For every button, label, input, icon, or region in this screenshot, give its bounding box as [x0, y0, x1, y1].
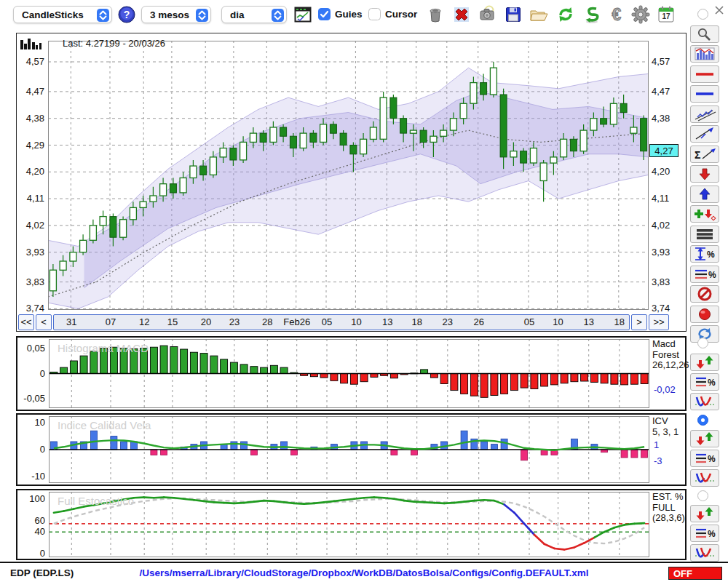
icv-arrows-button[interactable]	[690, 430, 719, 447]
stoch-curve-icon	[694, 394, 716, 410]
x-axis-tick: 05	[322, 316, 332, 327]
off-toggle[interactable]: OFF	[668, 567, 722, 580]
calendar-button[interactable]: 17	[655, 4, 677, 25]
x-axis-tick: 13	[583, 316, 593, 327]
stochastic-arrows-button[interactable]	[690, 505, 719, 522]
x-axis-tick: 20	[201, 316, 211, 327]
cursor-checkbox[interactable]	[368, 8, 381, 20]
sigma-trend-button[interactable]: Σ	[690, 146, 719, 163]
y-axis-label: 4,29	[17, 140, 44, 151]
euro-button[interactable]: €	[606, 4, 628, 25]
panel-right-line: Forest	[652, 350, 689, 361]
icv-stoch-curve-button[interactable]	[690, 469, 719, 487]
no-entry-icon	[692, 287, 717, 301]
interval-select[interactable]: dia	[221, 6, 287, 23]
y-axis-label: -10	[17, 471, 45, 482]
trash-button[interactable]	[424, 4, 446, 25]
period-select[interactable]: 3 mesos	[141, 6, 211, 23]
window-close-button[interactable]	[714, 5, 724, 15]
x-axis-tick: 23	[443, 316, 453, 327]
nav-first-button[interactable]: <<	[18, 314, 34, 330]
macd-lines-percent-button[interactable]: %	[690, 373, 719, 391]
icv-line-value: 1	[654, 439, 659, 450]
y-axis-label: 0	[17, 368, 45, 379]
arrows-updown-icon	[694, 431, 716, 447]
period-value: 3 mesos	[150, 7, 189, 23]
current-price-tag: 4,27	[649, 144, 678, 157]
config-path-link[interactable]: /Users/mserra/Library/CloudStorage/Dropb…	[87, 567, 641, 578]
y-axis-label: 4,38	[17, 113, 44, 124]
sidebar-top-radio[interactable]	[697, 9, 708, 20]
y-axis-label: 0	[17, 444, 45, 455]
trendline-tool-button[interactable]	[690, 125, 719, 143]
zoom-magnifier-icon	[692, 27, 717, 41]
dropdown-stepper-icon	[97, 9, 109, 22]
arrow-down-red-icon	[692, 167, 717, 181]
no-entry-button[interactable]	[690, 285, 719, 303]
nav-last-button[interactable]: >>	[649, 314, 669, 330]
stoch-curve-icon	[694, 545, 716, 561]
zoom-tool-button[interactable]	[690, 25, 719, 43]
add-marker-button[interactable]	[690, 205, 719, 223]
y-axis-label: 100	[17, 493, 45, 504]
chart-type-value: CandleSticks	[22, 7, 84, 23]
help-button[interactable]: ?	[118, 6, 135, 23]
red-hline-tool-button[interactable]	[690, 65, 719, 83]
help-icon: ?	[118, 6, 135, 23]
lines-percent-button[interactable]: %	[690, 266, 719, 283]
chart-type-select[interactable]: CandleSticks	[13, 6, 112, 23]
x-axis-tick: 05	[524, 316, 534, 327]
delete-button[interactable]	[451, 4, 472, 25]
record-button[interactable]	[690, 306, 719, 323]
channel-tool-button[interactable]	[690, 105, 719, 123]
macd-arrows-button[interactable]	[690, 354, 719, 371]
x-axis-tick: 28	[262, 316, 272, 327]
open-button[interactable]	[528, 4, 550, 25]
sync-button[interactable]	[581, 4, 603, 25]
arrow-up-tool-button[interactable]	[690, 186, 719, 203]
price-plot[interactable]	[48, 41, 649, 310]
add-marker-icon	[692, 207, 717, 221]
list-rows-button[interactable]	[690, 226, 719, 243]
icv-select-radio[interactable]	[697, 415, 708, 426]
guies-checkbox[interactable]	[318, 8, 331, 20]
icv-params-label: ICV5, 3, 1	[652, 416, 678, 437]
panel-right-line: FULL	[652, 503, 685, 514]
stochastic-plot[interactable]	[49, 492, 649, 557]
macd-stoch-curve-button[interactable]	[690, 393, 719, 410]
nav-prev-button[interactable]: <	[36, 314, 52, 330]
icv-lines-percent-button[interactable]: %	[690, 450, 719, 467]
measure-percent-button[interactable]: %	[690, 245, 719, 263]
arrow-down-tool-button[interactable]	[690, 165, 719, 183]
snapshot-button[interactable]	[476, 4, 498, 25]
x-axis-tick: 10	[351, 316, 361, 327]
y-axis-label: 4,02	[652, 220, 670, 231]
trend-line-icon	[692, 127, 717, 141]
stochastic-stoch-curve-button[interactable]	[690, 544, 719, 562]
volume-chart-button[interactable]	[690, 45, 719, 63]
svg-text:€: €	[612, 5, 622, 24]
stochastic-lines-percent-button[interactable]: %	[690, 525, 719, 542]
settings-button[interactable]	[630, 4, 652, 25]
macd-select-radio[interactable]	[697, 338, 708, 348]
y-axis-label: 3,83	[652, 276, 670, 287]
save-button[interactable]	[502, 4, 524, 25]
app-window: CandleSticks ? 3 mesos dia Guies	[0, 0, 728, 582]
y-axis-label: 3,93	[17, 247, 44, 258]
y-axis-label: 3,74	[17, 303, 44, 314]
histogram-style-icon[interactable]	[20, 38, 44, 51]
stochastic-select-radio[interactable]	[697, 490, 708, 501]
x-axis-tick: 10	[553, 316, 563, 327]
arrows-updown-icon	[694, 354, 716, 370]
refresh-button[interactable]	[555, 4, 577, 25]
arrows-updown-icon	[694, 506, 716, 522]
date-axis-strip[interactable]: 31071215202328Feb2605101318232605101318	[53, 314, 630, 330]
floppy-save-icon	[504, 5, 523, 24]
y-axis-label: 4,20	[652, 166, 670, 177]
nav-next-button[interactable]: >	[631, 314, 647, 330]
svg-text:%: %	[708, 454, 716, 464]
panel-right-line: ICV	[652, 416, 678, 427]
blue-hline-tool-button[interactable]	[690, 85, 719, 103]
stochastic-params-label: EST. %FULL(28,3,6)	[652, 492, 685, 524]
mini-chart-window-button[interactable]	[294, 7, 312, 23]
